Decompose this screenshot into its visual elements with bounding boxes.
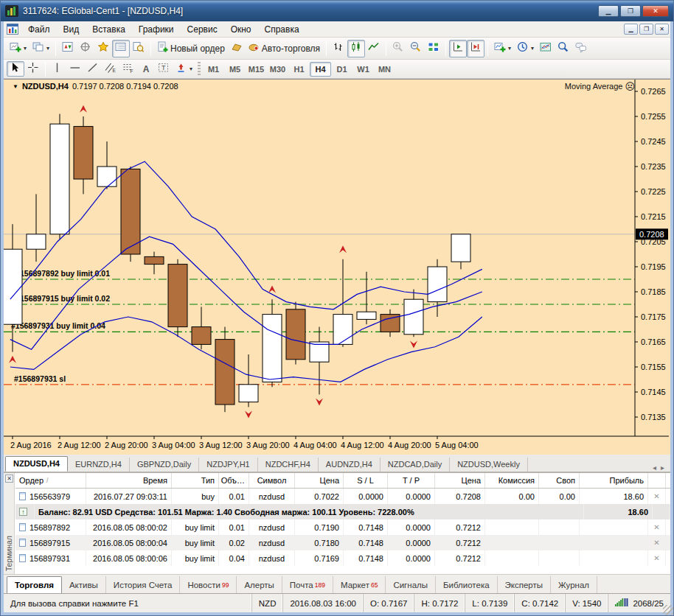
column-header-8[interactable]: T / P (388, 473, 435, 488)
scroll-left-icon[interactable]: ◂ (653, 463, 656, 472)
chevron-down-icon[interactable]: ▼ (13, 83, 18, 90)
new-order-button[interactable]: Новый ордер (154, 40, 228, 57)
chevron-down-icon[interactable]: ▾ (46, 45, 49, 52)
timeframe-w1-button[interactable]: W1 (352, 62, 374, 77)
menu-item-3[interactable]: Вставка (86, 22, 132, 37)
timeframe-m1-button[interactable]: M1 (203, 62, 224, 77)
terminal-tab-библиотека[interactable]: Библиотека (436, 576, 498, 593)
timeframe-m30-button[interactable]: M30 (267, 62, 288, 77)
scroll-right-icon[interactable]: ▸ (661, 463, 664, 472)
close-order-button[interactable]: ✕ (648, 535, 666, 550)
tile-windows-button[interactable] (425, 40, 442, 57)
chart-tab-nzdusd-h4[interactable]: NZDUSD,H4 (5, 456, 68, 472)
column-header-10[interactable]: Комиссия (485, 473, 539, 488)
new-chart-button[interactable]: ▾ (7, 40, 29, 57)
menu-item-1[interactable]: Файл (21, 22, 57, 37)
bar-chart-button[interactable] (330, 40, 347, 57)
column-header-3[interactable]: Тип (172, 473, 219, 488)
terminal-tab-история-счета[interactable]: История Счета (106, 576, 181, 593)
terminal-tab-алерты[interactable]: Алерты (237, 576, 282, 593)
chart-shift-button[interactable] (467, 40, 484, 57)
chevron-down-icon[interactable]: ▾ (24, 45, 27, 52)
navigator-button[interactable] (94, 40, 112, 57)
column-header-12[interactable]: Прибыль (580, 473, 648, 488)
trendline-button[interactable] (84, 61, 102, 77)
horizontal-line-button[interactable] (66, 61, 84, 77)
text-label-button[interactable]: T (155, 61, 173, 77)
timeframe-h4-button[interactable]: H4 (310, 62, 331, 77)
open-order-row[interactable]: 1565639792016.07.27 09:03:11buy0.01nzdus… (15, 489, 670, 504)
menu-item-5[interactable]: Сервис (181, 22, 224, 37)
auto-scroll-button[interactable] (449, 40, 467, 57)
title-bar[interactable]: 3117624: EGlobal-Cent1 - [NZDUSD,H4] ▁ ❐… (1, 1, 673, 21)
chart-tab-nzdchf-h4[interactable]: NZDCHF,H4 (258, 458, 319, 472)
candlestick-chart-button[interactable] (347, 40, 365, 57)
autotrading-button[interactable]: Авто-торговля (246, 40, 323, 57)
menu-item-7[interactable]: Справка (258, 22, 306, 37)
terminal-tab-почта[interactable]: Почта189 (282, 576, 333, 593)
zoom-in-button[interactable] (389, 40, 407, 57)
market-watch-button[interactable] (59, 40, 77, 57)
timeframe-m15-button[interactable]: M15 (246, 62, 267, 77)
chevron-down-icon[interactable]: ▾ (508, 45, 511, 52)
column-header-9[interactable]: Цена (435, 473, 485, 488)
column-header-6[interactable]: Цена (295, 473, 344, 488)
price-chart[interactable]: 156897892 buy limit 0.01156897915 buy li… (4, 80, 669, 452)
child-minimize-button[interactable]: ▁ (624, 24, 638, 35)
zoom-out-button[interactable] (407, 40, 425, 57)
data-window-button[interactable] (77, 40, 94, 57)
crosshair-button[interactable] (24, 61, 42, 77)
chevron-down-icon[interactable]: ▾ (531, 45, 534, 52)
ea-smiley-icon[interactable]: ☹ (625, 83, 635, 91)
pending-order-row[interactable]: 1568979312016.08.05 08:00:06buy limit0.0… (15, 550, 670, 566)
chevron-down-icon[interactable]: ▾ (190, 66, 192, 72)
indicators-button[interactable]: ▾ (491, 40, 514, 57)
fibonacci-button[interactable]: F (119, 61, 137, 77)
menu-item-4[interactable]: Графики (132, 22, 181, 37)
chart-tab-nzdusd-weekly[interactable]: NZDUSD,Weekly (450, 458, 528, 472)
chat-button[interactable] (572, 40, 590, 57)
column-header-7[interactable]: S / L (344, 473, 388, 488)
chart-tab-nzdcad-daily[interactable]: NZDCAD,Daily (381, 458, 450, 472)
terminal-tab-эксперты[interactable]: Эксперты (498, 576, 551, 593)
column-header-5[interactable]: Символ (249, 473, 295, 488)
toolbar-grip[interactable] (198, 62, 201, 77)
timeframe-mn-button[interactable]: MN (374, 62, 395, 77)
menu-item-2[interactable]: Вид (57, 22, 86, 37)
arrows-tool-button[interactable]: ▾ (173, 61, 195, 77)
timeframe-m5-button[interactable]: M5 (224, 62, 246, 77)
chart-tab-audnzd-h4[interactable]: AUDNZD,H4 (319, 458, 381, 472)
close-order-button[interactable]: ✕ (648, 489, 666, 504)
profiles-button[interactable]: ▾ (29, 40, 52, 57)
equidistant-channel-button[interactable]: E (102, 61, 119, 77)
minimize-button[interactable]: ▁ (598, 5, 619, 17)
vertical-line-button[interactable] (49, 61, 66, 77)
periods-button[interactable]: ▾ (514, 40, 537, 57)
child-close-button[interactable]: ✕ (655, 24, 669, 35)
line-chart-button[interactable] (365, 40, 383, 57)
templates-button[interactable] (537, 40, 555, 57)
terminal-tab-торговля[interactable]: Торговля (7, 576, 62, 593)
close-button[interactable]: ✕ (642, 5, 669, 17)
chart-window-icon[interactable] (7, 24, 18, 35)
chart-tab-nzdjpy-h1[interactable]: NZDJPY,H1 (199, 458, 257, 472)
column-header-1[interactable]: Ордер/ (15, 473, 86, 488)
terminal-tab-журнал[interactable]: Журнал (551, 576, 597, 593)
text-button[interactable]: A (137, 61, 155, 77)
terminal-tab-сигналы[interactable]: Сигналы (386, 576, 436, 593)
column-header-11[interactable]: Своп (539, 473, 580, 488)
close-order-button[interactable]: ✕ (648, 519, 666, 535)
timeframe-d1-button[interactable]: D1 (331, 62, 352, 77)
chart-canvas[interactable]: 156897892 buy limit 0.01156897915 buy li… (4, 80, 669, 455)
terminal-button[interactable] (112, 40, 130, 57)
resize-grip[interactable] (663, 605, 673, 615)
terminal-tab-активы[interactable]: Активы (62, 576, 106, 593)
pending-order-row[interactable]: 1568978922016.08.05 08:00:02buy limit0.0… (15, 519, 670, 535)
column-header-4[interactable]: Объ… (219, 473, 249, 488)
strategy-tester-button[interactable] (130, 40, 147, 57)
terminal-tab-новости[interactable]: Новости99 (180, 576, 237, 593)
chart-tab-eurnzd-h4[interactable]: EURNZD,H4 (68, 458, 130, 472)
search-button[interactable] (555, 40, 572, 57)
restore-button[interactable]: ❐ (620, 5, 641, 17)
chart-tab-gbpnzd-daily[interactable]: GBPNZD,Daily (130, 458, 199, 472)
